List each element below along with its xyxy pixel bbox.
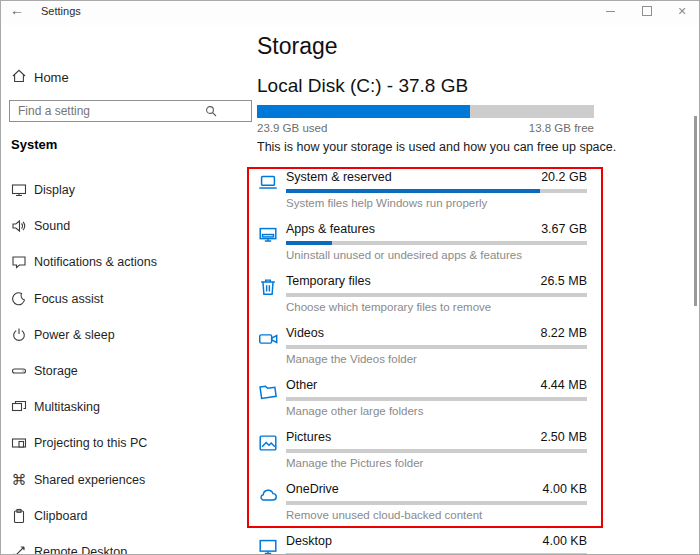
video-icon xyxy=(257,328,279,350)
focus-assist-icon xyxy=(11,291,27,307)
category-value: 4.44 MB xyxy=(540,378,587,392)
close-button[interactable]: ✕ xyxy=(667,1,697,21)
folder-icon xyxy=(257,380,279,402)
sidebar-item-label: Remote Desktop xyxy=(34,545,127,555)
sidebar-item-label: Storage xyxy=(34,364,78,378)
disk-free-label: 13.8 GB free xyxy=(529,122,594,134)
category-row-videos[interactable]: Videos 8.22 MB Manage the Videos folder xyxy=(257,325,587,371)
sidebar-nav: Display Sound Notifications & actions Fo… xyxy=(1,172,241,555)
category-value: 8.22 MB xyxy=(540,326,587,340)
disk-usage-bar-fill xyxy=(257,105,470,118)
close-icon: ✕ xyxy=(677,6,686,17)
vertical-scrollbar[interactable] xyxy=(694,116,697,306)
category-subtitle: Manage other large folders xyxy=(286,405,423,417)
storage-description: This is how your storage is used and how… xyxy=(257,140,616,154)
category-row-other[interactable]: Other 4.44 MB Manage other large folders xyxy=(257,377,587,423)
window-title: Settings xyxy=(41,5,81,17)
sidebar-item-power-sleep[interactable]: Power & sleep xyxy=(1,317,241,353)
category-title: Temporary files xyxy=(286,274,371,288)
sidebar: Home System Display Sound xyxy=(1,25,241,554)
monitor-icon xyxy=(257,536,279,555)
category-subtitle: Choose which temporary files to remove xyxy=(286,301,491,313)
category-title: System & reserved xyxy=(286,170,392,184)
sidebar-item-home[interactable]: Home xyxy=(1,63,241,91)
category-row-apps-features[interactable]: Apps & features 3.67 GB Uninstall unused… xyxy=(257,221,587,267)
apps-icon xyxy=(257,224,279,246)
projecting-icon xyxy=(11,435,27,451)
sidebar-item-clipboard[interactable]: Clipboard xyxy=(1,498,241,534)
storage-icon xyxy=(11,363,27,379)
sidebar-item-storage[interactable]: Storage xyxy=(1,353,241,389)
category-subtitle: System files help Windows run properly xyxy=(286,197,487,209)
sidebar-item-label: Sound xyxy=(34,219,70,233)
sidebar-item-label: Clipboard xyxy=(34,509,88,523)
sidebar-item-label: Home xyxy=(34,70,69,85)
disk-caption: 23.9 GB used 13.8 GB free xyxy=(257,122,594,134)
sidebar-section-system: System xyxy=(11,137,57,152)
remote-desktop-icon xyxy=(11,544,27,555)
laptop-icon xyxy=(257,172,279,194)
display-icon xyxy=(11,182,27,198)
category-row-onedrive[interactable]: OneDrive 4.00 KB Remove unused cloud-bac… xyxy=(257,481,587,527)
sidebar-item-label: Multitasking xyxy=(34,400,100,414)
sidebar-item-projecting[interactable]: Projecting to this PC xyxy=(1,425,241,461)
category-title: Pictures xyxy=(286,430,331,444)
sidebar-item-notifications[interactable]: Notifications & actions xyxy=(1,244,241,280)
sidebar-item-focus-assist[interactable]: Focus assist xyxy=(1,281,241,317)
disk-used-label: 23.9 GB used xyxy=(257,122,327,134)
category-bar xyxy=(286,293,587,297)
trash-icon xyxy=(257,276,279,298)
category-value: 4.00 KB xyxy=(543,482,587,496)
sidebar-item-label: Focus assist xyxy=(34,292,103,306)
sidebar-item-label: Shared experiences xyxy=(34,473,145,487)
category-bar xyxy=(286,189,587,193)
category-bar-fill xyxy=(286,241,332,245)
minimize-icon xyxy=(606,11,615,12)
category-bar xyxy=(286,449,587,453)
clipboard-icon xyxy=(11,508,27,524)
category-bar xyxy=(286,397,587,401)
sidebar-item-shared-experiences[interactable]: ⌘ Shared experiences xyxy=(1,462,241,498)
category-row-system-reserved[interactable]: System & reserved 20.2 GB System files h… xyxy=(257,169,587,215)
category-subtitle: Remove unused cloud-backed content xyxy=(286,509,482,521)
category-value: 20.2 GB xyxy=(541,170,587,184)
sidebar-item-display[interactable]: Display xyxy=(1,172,241,208)
minimize-button[interactable] xyxy=(595,1,625,21)
category-row-pictures[interactable]: Pictures 2.50 MB Manage the Pictures fol… xyxy=(257,429,587,475)
multitasking-icon xyxy=(11,399,27,415)
back-icon[interactable]: ← xyxy=(10,2,24,18)
storage-page: Storage Local Disk (C:) - 37.8 GB 23.9 G… xyxy=(241,25,699,554)
sound-icon xyxy=(11,218,27,234)
category-title: OneDrive xyxy=(286,482,339,496)
category-subtitle: Manage the Videos folder xyxy=(286,353,417,365)
disk-usage-bar xyxy=(257,105,594,118)
sidebar-item-label: Notifications & actions xyxy=(34,255,157,269)
category-row-desktop[interactable]: Desktop 4.00 KB xyxy=(257,533,587,555)
page-title: Storage xyxy=(257,33,338,60)
pictures-icon xyxy=(257,432,279,454)
sidebar-item-label: Power & sleep xyxy=(34,328,115,342)
sidebar-item-multitasking[interactable]: Multitasking xyxy=(1,389,241,425)
disk-title: Local Disk (C:) - 37.8 GB xyxy=(257,75,468,97)
category-title: Desktop xyxy=(286,534,332,548)
maximize-icon xyxy=(642,6,652,16)
power-icon xyxy=(11,327,27,343)
category-value: 3.67 GB xyxy=(541,222,587,236)
category-value: 2.50 MB xyxy=(540,430,587,444)
category-row-temporary-files[interactable]: Temporary files 26.5 MB Choose which tem… xyxy=(257,273,587,319)
maximize-button[interactable] xyxy=(632,1,662,21)
sidebar-item-label: Projecting to this PC xyxy=(34,436,147,450)
category-value: 4.00 KB xyxy=(543,534,587,548)
cloud-icon xyxy=(257,484,279,506)
sidebar-item-label: Display xyxy=(34,183,75,197)
category-bar xyxy=(286,241,587,245)
home-icon xyxy=(11,68,27,84)
sidebar-item-remote-desktop[interactable]: Remote Desktop xyxy=(1,534,241,555)
category-bar xyxy=(286,345,587,349)
category-value: 26.5 MB xyxy=(540,274,587,288)
category-title: Videos xyxy=(286,326,324,340)
category-subtitle: Manage the Pictures folder xyxy=(286,457,423,469)
sidebar-item-sound[interactable]: Sound xyxy=(1,208,241,244)
search-input[interactable] xyxy=(9,100,252,122)
category-bar xyxy=(286,501,587,505)
